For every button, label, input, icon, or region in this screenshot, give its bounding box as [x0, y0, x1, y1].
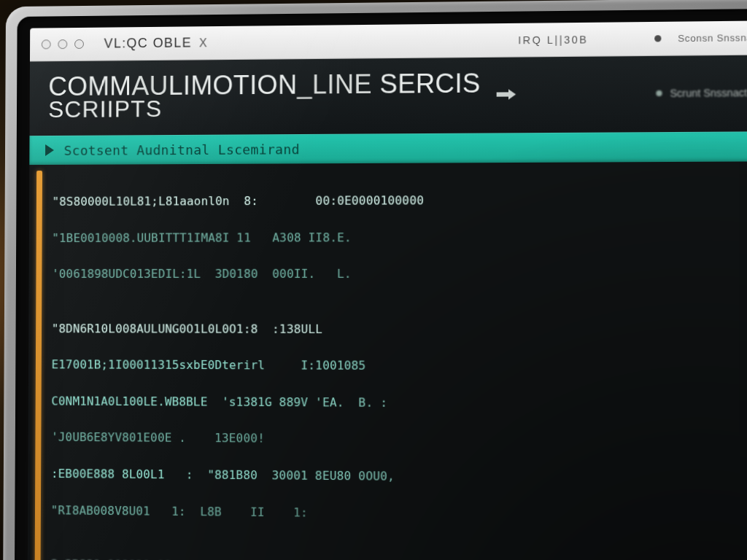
run-label: Scotsent Audnitnal Lscemirand — [64, 141, 300, 158]
window-close-button[interactable] — [42, 39, 51, 49]
code-line: "8DN6R10L008AULUNG0O1L0L0O1:8 :138ULL — [52, 320, 747, 340]
title-word-3: LIMOTION — [169, 69, 298, 101]
run-bar[interactable]: Scotsent Audnitnal Lscemirand — [29, 131, 747, 165]
code-line — [52, 302, 747, 303]
status-dot-icon — [654, 35, 661, 42]
laptop-frame: VL:QC OBLE X IRQ L||30B Sconsn Snssnacc … — [3, 0, 747, 560]
tab-label: VL:QC OBLE — [104, 35, 193, 51]
svg-marker-1 — [508, 89, 516, 99]
code-line — [51, 538, 747, 545]
tab-active[interactable]: VL:QC OBLE X — [94, 32, 218, 55]
code-line: '0061898UDC013EDIL:1L 3D0180 000II. L. — [52, 265, 747, 284]
code-line: "RI8AB008V8U01 1: L8B II 1: — [51, 502, 747, 527]
app-title-block: COMMAULIMOTION_LINE SERCIS SCRIIPTS — [48, 71, 481, 121]
play-icon — [45, 144, 54, 156]
window-zoom-button[interactable] — [74, 39, 84, 49]
titlebar-right-code: IRQ L||30B — [518, 34, 588, 46]
window-minimize-button[interactable] — [58, 39, 67, 49]
title-word-4: _LINE — [297, 69, 372, 99]
screen-bezel: VL:QC OBLE X IRQ L||30B Sconsn Snssnacc … — [15, 9, 747, 560]
code-line: "8S80000L10L81;L81aaonl0n 8: 00:0E000010… — [53, 190, 747, 211]
svg-rect-0 — [497, 93, 508, 97]
app-header: COMMAULIMOTION_LINE SERCIS SCRIIPTS Scru… — [30, 55, 747, 136]
header-status-dot-icon — [657, 90, 662, 96]
screen: VL:QC OBLE X IRQ L||30B Sconsn Snssnacc … — [28, 20, 747, 560]
code-content[interactable]: "8S80000L10L81;L81aaonl0n 8: 00:0E000010… — [40, 162, 747, 560]
arrow-right-icon — [497, 88, 516, 101]
code-pane: "8S80000L10L81;L81aaonl0n 8: 00:0E000010… — [28, 162, 747, 560]
code-line: :EB00E888 8L00L1 : "881B80 30001 8EU80 0… — [51, 465, 747, 489]
tab-close-icon[interactable]: X — [199, 36, 208, 50]
window-titlebar: VL:QC OBLE X IRQ L||30B Sconsn Snssnacc — [30, 20, 747, 61]
title-word-5: SERCIS — [372, 68, 481, 99]
code-line: 'J0UB6E8YV801E00E . 13E000! — [51, 429, 747, 452]
titlebar-status-text: Sconsn Snssnacc — [678, 32, 747, 44]
code-line: C0NM1N1A0L100LE.WB8BLE 's1381G 889V 'EA.… — [51, 392, 747, 414]
header-status: Scrunt Snssnact L — [657, 87, 747, 99]
code-line: 8:8BS80.000010 08 0080000 0O0E800800 — [50, 556, 747, 560]
header-status-text: Scrunt Snssnact L — [670, 87, 747, 99]
code-line: E17001B;1I00011315sxbE0Dterirl I:1001085 — [52, 356, 747, 377]
code-line: "1BE0010008.UUBITTT1IMA8I 11 A308 II8.E. — [52, 228, 747, 247]
window-controls — [42, 39, 84, 50]
app-title-line1: COMMAULIMOTION_LINE SERCIS — [48, 71, 480, 99]
